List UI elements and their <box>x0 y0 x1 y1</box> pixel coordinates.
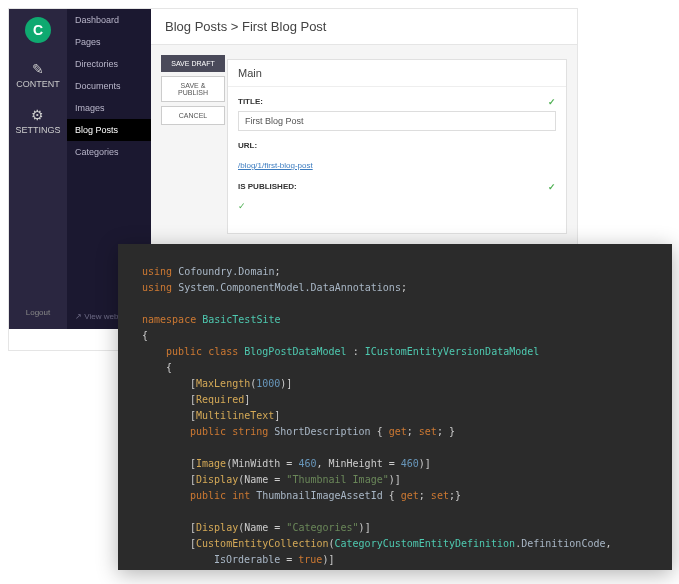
breadcrumb: Blog Posts > First Blog Post <box>151 9 577 45</box>
sidebar-item-dashboard[interactable]: Dashboard <box>67 9 151 31</box>
action-toolbar: SAVE DRAFT SAVE & PUBLISH CANCEL <box>161 55 225 129</box>
published-value-check: ✓ <box>238 201 246 211</box>
title-label: TITLE: ✓ <box>238 97 556 106</box>
logout-button[interactable]: Logout <box>26 308 50 317</box>
sidebar-item-documents[interactable]: Documents <box>67 75 151 97</box>
settings-nav-label: SETTINGS <box>15 125 60 135</box>
save-draft-button[interactable]: SAVE DRAFT <box>161 55 225 72</box>
icon-sidebar: C ✎ CONTENT ⚙ SETTINGS Logout <box>9 9 67 329</box>
main-card-heading: Main <box>228 60 566 87</box>
content-nav-button[interactable]: ✎ CONTENT <box>16 61 60 89</box>
code-editor: using Cofoundry.Domain; using System.Com… <box>118 244 672 570</box>
gear-icon: ⚙ <box>15 107 60 123</box>
sidebar-item-directories[interactable]: Directories <box>67 53 151 75</box>
save-publish-button[interactable]: SAVE & PUBLISH <box>161 76 225 102</box>
check-icon: ✓ <box>548 182 556 192</box>
sidebar-item-blog-posts[interactable]: Blog Posts <box>67 119 151 141</box>
logo-icon[interactable]: C <box>25 17 51 43</box>
sidebar-item-images[interactable]: Images <box>67 97 151 119</box>
check-icon: ✓ <box>548 97 556 107</box>
pencil-icon: ✎ <box>16 61 60 77</box>
cancel-button[interactable]: CANCEL <box>161 106 225 125</box>
sidebar-item-categories[interactable]: Categories <box>67 141 151 163</box>
settings-nav-button[interactable]: ⚙ SETTINGS <box>15 107 60 135</box>
sidebar-item-pages[interactable]: Pages <box>67 31 151 53</box>
main-card: Main TITLE: ✓ URL: /blog/1/first-blog-po… <box>227 59 567 234</box>
url-link[interactable]: /blog/1/first-blog-post <box>238 161 313 170</box>
title-input[interactable] <box>238 111 556 131</box>
content-nav-label: CONTENT <box>16 79 60 89</box>
url-label: URL: <box>238 141 556 150</box>
published-label: IS PUBLISHED: ✓ <box>238 182 556 191</box>
